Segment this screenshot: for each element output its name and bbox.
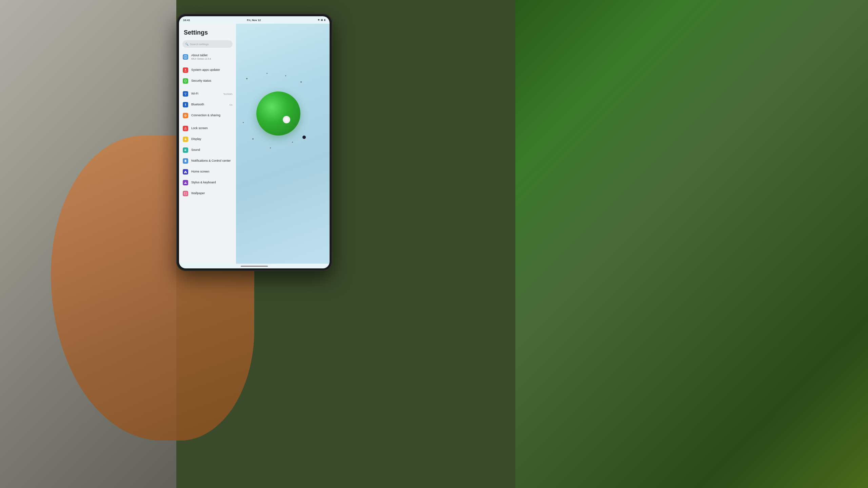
sidebar-item-lock-screen[interactable]: Lock screen (179, 123, 236, 134)
connection-text: Connection & sharing (191, 114, 233, 118)
white-dot (283, 116, 290, 123)
svg-rect-5 (185, 128, 186, 130)
tablet-screen: 16:41 Fri, Nov 12 ✱ ▣ ▮ Settings 🔍 Searc… (179, 16, 330, 268)
settings-title: Settings (179, 24, 236, 39)
search-bar[interactable]: 🔍 Search settings (182, 40, 233, 48)
system-apps-label: System apps updater (191, 68, 233, 72)
sidebar-item-wifi[interactable]: Wi-Fi Techlekh (179, 88, 236, 99)
stylus-icon (183, 180, 188, 185)
sidebar-item-connection[interactable]: Connection & sharing (179, 110, 236, 121)
wallpaper-icon-wrapper (182, 190, 189, 197)
connection-icon-wrapper (182, 113, 189, 119)
wifi-label: Wi-Fi (191, 92, 220, 96)
lock-screen-icon (183, 126, 188, 131)
stylus-label: Stylus & keyboard (191, 181, 233, 185)
connection-label: Connection & sharing (191, 114, 233, 118)
status-icons: ✱ ▣ ▮ (318, 19, 326, 21)
lock-screen-label: Lock screen (191, 126, 233, 130)
float-dot-8 (292, 142, 293, 143)
security-label: Security status (191, 79, 233, 83)
wifi-icon-wrapper (182, 91, 189, 97)
search-placeholder: Search settings (190, 43, 209, 46)
status-date: Fri, Nov 12 (247, 19, 261, 22)
wifi-icon (183, 91, 188, 97)
search-icon: 🔍 (185, 43, 189, 46)
sidebar-item-home-screen[interactable]: Home screen (179, 166, 236, 177)
connection-icon (183, 113, 188, 118)
system-apps-text: System apps updater (191, 68, 233, 72)
settings-list: About tablet MIUI Global 12.5.8 (179, 51, 236, 264)
float-dot-4 (300, 81, 302, 83)
sidebar-item-bluetooth[interactable]: Bluetooth On (179, 99, 236, 110)
status-bar: 16:41 Fri, Nov 12 ✱ ▣ ▮ (179, 16, 330, 24)
float-dot-1 (246, 78, 248, 79)
wallpaper-label: Wallpaper (191, 191, 233, 196)
sound-icon-wrapper (182, 147, 189, 153)
green-circle (256, 92, 300, 136)
svg-point-2 (185, 56, 185, 56)
about-icon-wrapper (182, 54, 189, 60)
sound-text: Sound (191, 148, 233, 152)
bluetooth-setting-icon (183, 102, 188, 107)
lock-screen-icon-wrapper (182, 125, 189, 131)
float-dot-7 (270, 147, 271, 148)
security-icon (183, 78, 188, 84)
float-dot-6 (252, 138, 254, 140)
home-bar-line (241, 266, 268, 267)
svg-point-6 (185, 139, 186, 140)
sidebar-item-wallpaper[interactable]: Wallpaper (179, 188, 236, 199)
wallpaper-icon (183, 191, 188, 196)
notifications-label: Notifications & Control center (191, 159, 233, 163)
display-icon-wrapper (182, 136, 189, 142)
sidebar-item-security[interactable]: Security status (179, 76, 236, 86)
background-right (515, 0, 868, 488)
home-bar (179, 264, 330, 268)
stylus-text: Stylus & keyboard (191, 181, 233, 185)
system-apps-icon-wrapper (182, 67, 189, 73)
about-text: About tablet MIUI Global 12.5.8 (191, 54, 233, 60)
svg-rect-11 (184, 183, 187, 184)
about-label: About tablet (191, 54, 233, 58)
stylus-icon-wrapper (182, 180, 189, 186)
display-text: Display (191, 137, 233, 141)
about-sublabel: MIUI Global 12.5.8 (191, 58, 233, 60)
wifi-value: Techlekh (223, 93, 233, 95)
bluetooth-icon: ✱ (318, 19, 320, 21)
sound-label: Sound (191, 148, 233, 152)
home-screen-label: Home screen (191, 170, 233, 174)
float-dot-3 (285, 75, 286, 76)
display-label: Display (191, 137, 233, 141)
sidebar-item-display[interactable]: Display (179, 134, 236, 145)
wifi-text: Wi-Fi (191, 92, 220, 96)
sidebar-item-sound[interactable]: Sound (179, 145, 236, 156)
bluetooth-label: Bluetooth (191, 103, 227, 107)
home-screen-text: Home screen (191, 170, 233, 174)
status-time: 16:41 (183, 19, 190, 22)
float-dot-5 (243, 122, 244, 123)
sidebar-item-notifications[interactable]: Notifications & Control center (179, 156, 236, 166)
notifications-icon-wrapper (182, 158, 189, 164)
security-text: Security status (191, 79, 233, 83)
display-icon (183, 137, 188, 142)
sidebar-item-system-apps[interactable]: System apps updater (179, 65, 236, 76)
settings-sidebar[interactable]: Settings 🔍 Search settings (179, 24, 236, 264)
bluetooth-value: On (230, 104, 233, 106)
about-icon (183, 54, 188, 60)
lock-screen-text: Lock screen (191, 126, 233, 130)
sidebar-item-stylus[interactable]: Stylus & keyboard (179, 177, 236, 188)
dark-dot (302, 136, 306, 139)
wallpaper-text: Wallpaper (191, 191, 233, 196)
svg-rect-12 (184, 192, 187, 195)
right-panel (236, 24, 330, 264)
system-apps-icon (183, 67, 188, 73)
svg-point-3 (185, 95, 185, 95)
bluetooth-icon-wrapper (182, 102, 189, 108)
main-content: Settings 🔍 Search settings (179, 24, 330, 264)
sound-icon (183, 147, 188, 153)
notifications-text: Notifications & Control center (191, 159, 233, 163)
battery-icon: ▮ (324, 19, 326, 21)
sidebar-item-about[interactable]: About tablet MIUI Global 12.5.8 (179, 51, 236, 63)
security-icon-wrapper (182, 78, 189, 84)
bluetooth-text: Bluetooth (191, 103, 227, 107)
float-dot-2 (267, 73, 268, 74)
